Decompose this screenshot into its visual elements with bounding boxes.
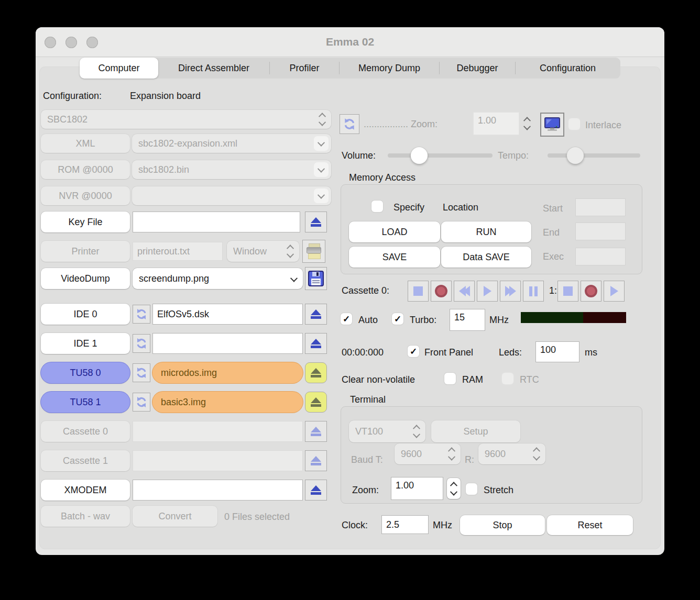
ide0-button[interactable]: IDE 0 (41, 304, 130, 325)
terminal-type-select[interactable]: VT100 (349, 420, 425, 442)
xmodem-file-field[interactable] (133, 480, 303, 501)
volume-slider[interactable] (388, 153, 493, 158)
cassette0-forward-button[interactable] (500, 281, 521, 302)
stop-icon (563, 286, 573, 296)
tab-computer[interactable]: Computer (80, 58, 158, 79)
specify-location-checkbox[interactable] (371, 201, 383, 212)
xmodem-button[interactable]: XMODEM (41, 480, 130, 501)
save-button[interactable]: SAVE (349, 247, 440, 268)
turbo-mhz-field[interactable]: 15 (450, 309, 485, 331)
exec-field[interactable] (575, 248, 626, 265)
stretch-checkbox[interactable] (466, 483, 477, 495)
stretch-label: Stretch (484, 484, 513, 496)
convert-button[interactable]: Convert (133, 506, 217, 527)
tu580-file-field[interactable]: microdos.img (152, 362, 303, 383)
print-button[interactable] (302, 240, 325, 263)
tempo-slider[interactable] (548, 153, 640, 158)
start-field[interactable] (575, 198, 626, 216)
keyfile-field[interactable] (133, 212, 300, 232)
turbo-checkbox[interactable]: ✓ (392, 313, 403, 325)
printer-file-field[interactable]: printerout.txt (133, 242, 223, 261)
video-screen-button[interactable] (540, 113, 564, 137)
auto-checkbox[interactable]: ✓ (341, 313, 352, 325)
cassette1-stop-button[interactable] (557, 281, 578, 302)
cassette1-button[interactable]: Cassette 1 (41, 450, 130, 471)
cassette0-pause-button[interactable] (523, 281, 544, 302)
cassette0-stop-button[interactable] (408, 281, 429, 302)
updown-chevron-icon (534, 448, 539, 460)
tab-profiler[interactable]: Profiler (270, 58, 339, 79)
tu581-button[interactable]: TU58 1 (41, 392, 130, 413)
configuration-label: Configuration: (43, 90, 102, 102)
videodump-button[interactable]: VideoDump (41, 268, 130, 289)
nvr-file-select[interactable] (132, 186, 331, 205)
leds-ms-field[interactable]: 100 (535, 341, 579, 362)
video-zoom-field[interactable]: 1.00 (473, 112, 519, 135)
interlace-checkbox[interactable] (568, 118, 580, 130)
terminal-zoom-stepper[interactable] (447, 478, 461, 499)
video-reload-button[interactable] (340, 114, 359, 134)
batch-wav-button[interactable]: Batch - wav (41, 506, 130, 527)
window-title: Emma 02 (36, 27, 664, 57)
keyfile-eject-button[interactable] (305, 212, 327, 232)
terminal-zoom-field[interactable]: 1.00 (391, 477, 443, 500)
cassette0-file-field[interactable] (133, 421, 303, 442)
run-button[interactable]: RUN (441, 221, 531, 242)
tu580-reload-button[interactable] (133, 363, 150, 382)
front-panel-checkbox[interactable]: ✓ (408, 346, 419, 357)
load-button[interactable]: LOAD (349, 221, 440, 242)
cassette0-eject-button[interactable] (305, 421, 327, 442)
tu581-eject-button[interactable] (305, 392, 327, 413)
ide0-eject-button[interactable] (305, 304, 327, 325)
baud-r-select[interactable]: 9600 (478, 443, 545, 464)
tab-debugger[interactable]: Debugger (440, 58, 515, 79)
xml-file-select[interactable]: sbc1802-expansion.xml (132, 134, 331, 153)
tu580-eject-button[interactable] (305, 362, 327, 383)
tu580-button[interactable]: TU58 0 (41, 362, 130, 383)
printer-output-select[interactable]: Window (227, 241, 299, 262)
rom-button[interactable]: ROM @0000 (41, 160, 130, 179)
cassette0-play-button[interactable] (477, 281, 498, 302)
cassette0-button[interactable]: Cassette 0 (41, 421, 130, 442)
clear-rtc-checkbox[interactable] (502, 373, 513, 384)
ide0-file-field[interactable]: ElfOSv5.dsk (152, 304, 303, 325)
ide1-button[interactable]: IDE 1 (41, 333, 130, 354)
cassette1-file-field[interactable] (133, 450, 303, 471)
tempo-slider-thumb[interactable] (567, 147, 584, 164)
baud-t-select[interactable]: 9600 (395, 443, 461, 464)
rom-file-select[interactable]: sbc1802.bin (132, 160, 331, 179)
keyfile-button[interactable]: Key File (41, 212, 130, 232)
cassette0-record-button[interactable] (431, 281, 452, 302)
cassette1-eject-button[interactable] (305, 450, 327, 471)
tu581-file-field[interactable]: basic3.img (152, 392, 303, 413)
ide0-reload-button[interactable] (133, 305, 150, 324)
tab-configuration[interactable]: Configuration (516, 58, 620, 79)
end-field[interactable] (575, 223, 626, 240)
machine-select[interactable]: SBC1802 (41, 110, 331, 129)
tab-memory-dump[interactable]: Memory Dump (340, 58, 439, 79)
ide1-reload-button[interactable] (133, 334, 150, 353)
tu581-reload-button[interactable] (133, 393, 150, 412)
volume-slider-thumb[interactable] (411, 147, 428, 164)
cassette1-record-button[interactable] (581, 281, 601, 302)
stop-button[interactable]: Stop (460, 515, 545, 535)
xml-button[interactable]: XML (41, 134, 130, 153)
clear-ram-checkbox[interactable] (444, 373, 456, 384)
nvr-button[interactable]: NVR @0000 (41, 186, 130, 205)
clock-mhz-field[interactable]: 2.5 (381, 515, 429, 534)
xmodem-eject-button[interactable] (305, 480, 327, 501)
terminal-setup-button[interactable]: Setup (431, 420, 520, 442)
ide1-file-field[interactable] (152, 333, 303, 354)
printer-button[interactable]: Printer (41, 241, 130, 262)
ide1-eject-button[interactable] (305, 333, 327, 354)
reset-button[interactable]: Reset (547, 515, 633, 535)
cassette1-play-button[interactable] (604, 281, 625, 302)
refresh-icon (135, 366, 148, 379)
checkmark-icon: ✓ (394, 314, 401, 325)
tab-direct-assembler[interactable]: Direct Assembler (158, 58, 269, 79)
videodump-save-button[interactable] (305, 267, 327, 290)
videodump-file-select[interactable]: screendump.png (133, 268, 303, 289)
cassette0-rewind-button[interactable] (454, 281, 475, 302)
video-zoom-stepper[interactable] (524, 117, 530, 130)
data-save-button[interactable]: Data SAVE (441, 247, 531, 268)
